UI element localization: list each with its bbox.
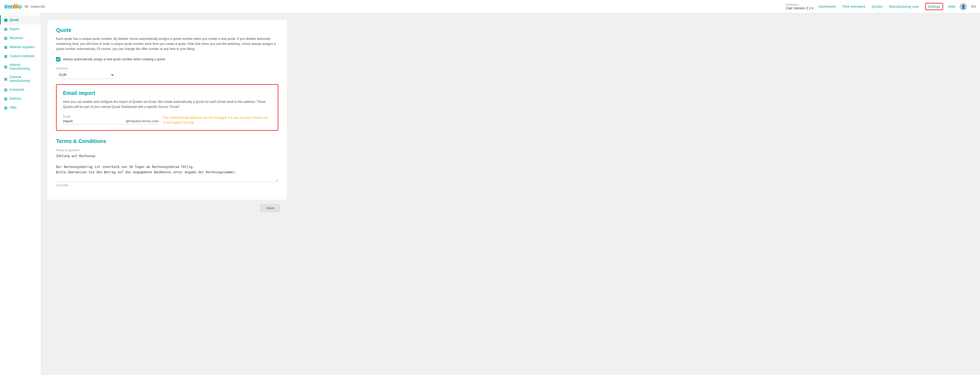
sidebar-item-label: Custom materials bbox=[10, 54, 34, 58]
currency-select[interactable]: EUR USD GBP bbox=[56, 71, 115, 79]
email-import-description: Here you can enable and configure the im… bbox=[63, 99, 271, 110]
currency-field-group: Currency EUR USD GBP bbox=[56, 67, 278, 79]
sidebar-item-label: Buyers bbox=[10, 27, 19, 31]
sidebar-item-autoquote[interactable]: ▦ Autoquote bbox=[0, 85, 41, 94]
grid-icon: ▦ bbox=[4, 87, 8, 92]
currency-label: Currency bbox=[56, 67, 278, 70]
email-field-label: Email bbox=[63, 115, 159, 118]
sidebar-item-label: Machines bbox=[10, 36, 23, 40]
quote-section-title: Quote bbox=[56, 27, 278, 33]
grid-icon: ▦ bbox=[4, 27, 8, 31]
sidebar-item-buyers[interactable]: ▦ Buyers bbox=[0, 24, 41, 33]
logo-text: imno bbox=[4, 3, 22, 10]
app-selector[interactable]: Application Calc Version 2.1 ▾ bbox=[786, 3, 813, 10]
auto-numbering-row: Always automatically assign a new quote … bbox=[56, 57, 278, 61]
sidebar-item-internal-manufacturing[interactable]: ▦ Internal manufacturing bbox=[0, 60, 41, 73]
sidebar-item-quote[interactable]: ▦ Quote bbox=[0, 16, 41, 24]
auto-numbering-label: Always automatically assign a new quote … bbox=[63, 57, 166, 61]
logo-box bbox=[14, 4, 18, 8]
main-layout: ▦ Quote ▦ Buyers ▦ Machines ▦ Material s… bbox=[0, 13, 980, 375]
user-avatar[interactable]: 👤 bbox=[959, 3, 967, 10]
grid-icon: ▦ bbox=[4, 77, 8, 81]
terms-payment-label: Terms of payment bbox=[56, 149, 278, 152]
sidebar-item-label: Delivery bbox=[10, 97, 21, 100]
save-button[interactable]: Save bbox=[260, 204, 280, 212]
sidebar-item-label: Material suppliers bbox=[10, 45, 35, 49]
logo-area: imno 96 : Imnoo AG bbox=[4, 3, 45, 10]
email-input-wrapper: @request.imnoo.com bbox=[63, 119, 159, 124]
nav-quotes[interactable]: Quotes bbox=[872, 5, 883, 8]
grid-icon: ▦ bbox=[4, 105, 8, 110]
app-name[interactable]: Calc Version 2.1 ▾ bbox=[786, 6, 813, 10]
main-content: Quote Each quote has a unique quote numb… bbox=[41, 13, 980, 375]
terms-payment-group: Terms of payment Zahlung auf Rechnung: D… bbox=[56, 149, 278, 187]
sidebar: ▦ Quote ▦ Buyers ▦ Machines ▦ Material s… bbox=[0, 13, 41, 375]
company-name: 96 : Imnoo AG bbox=[25, 5, 45, 8]
sidebar-item-material-suppliers[interactable]: ▦ Material suppliers bbox=[0, 43, 41, 52]
email-import-box: Email import Here you can enable and con… bbox=[56, 84, 278, 131]
nav-settings[interactable]: Settings bbox=[925, 3, 943, 10]
grid-icon: ▦ bbox=[4, 54, 8, 58]
email-field-row: Email @request.imnoo.com The entered Ema… bbox=[63, 115, 271, 125]
nav-links: Dashboard Time estimates Quotes Manufact… bbox=[819, 3, 943, 10]
sidebar-item-delivery[interactable]: ▦ Delivery bbox=[0, 94, 41, 103]
char-count: 191/2000 bbox=[56, 184, 278, 187]
email-input[interactable] bbox=[63, 119, 126, 123]
sidebar-item-label: Quote bbox=[10, 18, 19, 22]
chevron-down-icon: ▾ bbox=[812, 6, 813, 10]
email-suffix: @request.imnoo.com bbox=[126, 119, 159, 123]
sidebar-item-label: Offer bbox=[10, 106, 16, 110]
app-label: Application bbox=[786, 3, 813, 6]
terms-title: Terms & Conditions bbox=[56, 138, 278, 144]
grid-icon: ▦ bbox=[4, 45, 8, 49]
email-import-title: Email import bbox=[63, 90, 271, 96]
sidebar-item-label: Autoquote bbox=[10, 88, 24, 91]
nav-time-estimates[interactable]: Time estimates bbox=[842, 5, 865, 8]
terms-textarea[interactable]: Zahlung auf Rechnung: Der Rechnungsbetra… bbox=[56, 153, 278, 182]
content-card: Quote Each quote has a unique quote numb… bbox=[48, 20, 287, 200]
auto-numbering-checkbox[interactable] bbox=[56, 57, 60, 61]
nav-manufacturing-runs[interactable]: Manufacturing runs bbox=[889, 5, 919, 8]
sidebar-item-custom-materials[interactable]: ▦ Custom materials bbox=[0, 52, 41, 60]
sidebar-item-label: External manufacturing bbox=[10, 75, 38, 83]
help-link[interactable]: Help bbox=[948, 5, 956, 8]
sidebar-item-external-manufacturing[interactable]: ▦ External manufacturing bbox=[0, 73, 41, 85]
lang-selector[interactable]: EN bbox=[971, 5, 976, 8]
nav-dashboard[interactable]: Dashboard bbox=[819, 5, 836, 8]
top-nav: imno 96 : Imnoo AG Application Calc Vers… bbox=[0, 0, 980, 13]
grid-icon: ▦ bbox=[4, 97, 8, 101]
quote-section-description: Each quote has a unique quote number. By… bbox=[56, 37, 278, 52]
email-input-group: Email @request.imnoo.com bbox=[63, 115, 159, 124]
sidebar-item-offer[interactable]: ▦ Offer bbox=[0, 103, 41, 112]
grid-icon: ▦ bbox=[4, 36, 8, 40]
nav-right: Help 👤 EN bbox=[948, 3, 976, 10]
email-warning: The entered Email address can't be chang… bbox=[163, 115, 271, 125]
sidebar-item-machines[interactable]: ▦ Machines bbox=[0, 33, 41, 43]
grid-icon: ▦ bbox=[4, 18, 8, 22]
page-footer: Save bbox=[48, 200, 287, 216]
grid-icon: ▦ bbox=[4, 65, 8, 69]
sidebar-item-label: Internal manufacturing bbox=[10, 63, 38, 70]
